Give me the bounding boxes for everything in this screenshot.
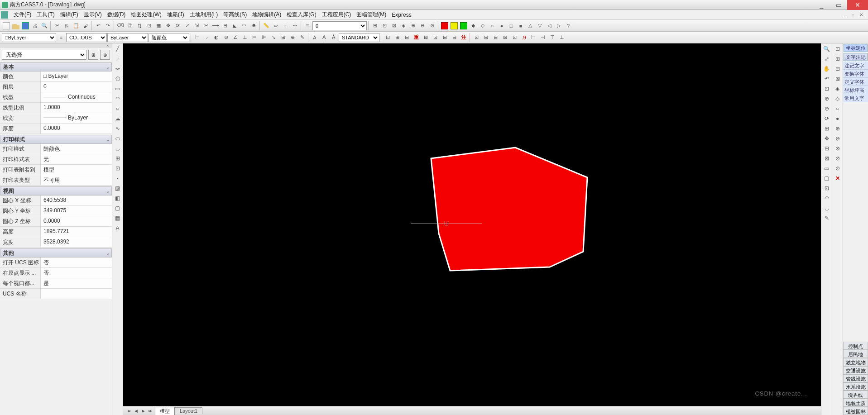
r1-f[interactable]: ⊟ bbox=[822, 144, 831, 153]
r2-b[interactable]: ⊞ bbox=[833, 54, 842, 63]
prop-row[interactable]: 厚度0.0000 bbox=[0, 124, 112, 134]
zoom-window-icon[interactable]: 🔍 bbox=[822, 44, 831, 53]
cut-icon[interactable]: ✂ bbox=[53, 21, 62, 30]
prop-value[interactable]: 1.0000 bbox=[41, 103, 112, 113]
menu-cadastre[interactable]: 地籍(J) bbox=[164, 10, 187, 19]
break-icon[interactable]: ⊟ bbox=[221, 21, 230, 30]
color-red-icon[interactable] bbox=[440, 21, 449, 30]
tab-last-icon[interactable]: ⏭ bbox=[147, 407, 154, 415]
menu-check[interactable]: 检查入库(G) bbox=[284, 10, 319, 19]
mdi-minimize[interactable]: ⎯ bbox=[841, 11, 849, 19]
cat-8[interactable]: 植被园林 bbox=[843, 407, 868, 415]
trim-icon[interactable]: ✂ bbox=[201, 21, 211, 30]
print-icon[interactable]: 🖨 bbox=[30, 21, 39, 30]
menu-data[interactable]: 数据(D) bbox=[105, 10, 129, 19]
menu-express[interactable]: Express bbox=[389, 11, 414, 19]
tb2-s[interactable]: ⊥ bbox=[557, 33, 566, 42]
tool-o[interactable]: ▽ bbox=[535, 21, 544, 30]
chamfer-icon[interactable]: ◣ bbox=[230, 21, 239, 30]
r2-m[interactable]: ⊙ bbox=[833, 164, 842, 173]
arc-icon[interactable]: ◠ bbox=[113, 94, 122, 103]
menu-draw[interactable]: 绘图处理(W) bbox=[128, 10, 164, 19]
prop-row[interactable]: 圆心 X 坐标640.5538 bbox=[0, 196, 112, 206]
prop-value[interactable]: 0.0000 bbox=[41, 216, 112, 226]
cat-7[interactable]: 地貌土质 bbox=[843, 399, 868, 407]
tool-j[interactable]: ○ bbox=[488, 21, 497, 30]
area-icon[interactable]: ▱ bbox=[271, 21, 280, 30]
paste-icon[interactable]: 📋 bbox=[72, 21, 81, 30]
prop-row[interactable]: UCS 名称 bbox=[0, 289, 112, 299]
r1-b[interactable]: ⊖ bbox=[822, 104, 831, 113]
dim-cont-icon[interactable]: ⊫ bbox=[259, 33, 269, 42]
tb2-p[interactable]: ⊢ bbox=[529, 33, 538, 42]
r2-h[interactable]: ● bbox=[833, 114, 842, 123]
r1-g[interactable]: ⊠ bbox=[822, 154, 831, 163]
selection-combo[interactable]: 无选择 bbox=[2, 50, 86, 60]
array-icon[interactable]: ▦ bbox=[154, 21, 163, 30]
help-icon[interactable]: ? bbox=[564, 21, 573, 30]
prop-row[interactable]: 打印样式随颜色 bbox=[0, 144, 112, 154]
quickselect-icon[interactable]: ⊞ bbox=[88, 50, 98, 60]
zoom-prev-icon[interactable]: ↶ bbox=[822, 74, 831, 83]
r2-d[interactable]: ⊠ bbox=[833, 74, 842, 83]
palette-item-2[interactable]: 定义字体 bbox=[843, 78, 868, 86]
prop-value[interactable]: 640.5538 bbox=[41, 196, 112, 205]
tolerance-icon[interactable]: ⊞ bbox=[278, 33, 288, 42]
dim-radius-icon[interactable]: ◐ bbox=[212, 33, 221, 42]
redo-icon[interactable]: ↷ bbox=[103, 21, 112, 30]
cat-0[interactable]: 控制点 bbox=[843, 342, 868, 350]
tool-m[interactable]: ■ bbox=[516, 21, 525, 30]
dimedit-icon[interactable]: ✎ bbox=[297, 33, 307, 42]
prop-value[interactable] bbox=[41, 289, 112, 299]
r1-j[interactable]: ⊡ bbox=[822, 184, 831, 193]
r1-i[interactable]: ▢ bbox=[822, 174, 831, 183]
mtext-icon[interactable]: A̲ bbox=[320, 33, 329, 42]
tb2-b[interactable]: ⊞ bbox=[393, 33, 402, 42]
undo-icon[interactable]: ↶ bbox=[94, 21, 103, 30]
tool-q[interactable]: ▷ bbox=[554, 21, 563, 30]
cat-4[interactable]: 管线设施 bbox=[843, 374, 868, 382]
explode-icon[interactable]: ✸ bbox=[249, 21, 258, 30]
r2-i[interactable]: ⊕ bbox=[833, 124, 842, 133]
tb2-i[interactable]: 注 bbox=[459, 33, 468, 42]
prop-value[interactable]: 0 bbox=[41, 82, 112, 92]
revcloud-icon[interactable]: ☁ bbox=[113, 114, 122, 123]
tool-n[interactable]: △ bbox=[526, 21, 535, 30]
tool-i[interactable]: ◇ bbox=[478, 21, 487, 30]
text-icon[interactable]: A bbox=[310, 33, 319, 42]
pan-icon[interactable]: ✋ bbox=[822, 64, 831, 73]
prop-value[interactable]: Continuous bbox=[41, 92, 112, 102]
tb2-d[interactable]: 重 bbox=[412, 33, 421, 42]
polygon-icon[interactable]: ⬠ bbox=[113, 74, 122, 83]
r1-l[interactable]: ◡ bbox=[822, 204, 831, 213]
minimize-button[interactable]: ⎯ bbox=[813, 0, 830, 10]
prop-row[interactable]: 打印表类型不可用 bbox=[0, 175, 112, 186]
cat-6[interactable]: 境界线 bbox=[843, 391, 868, 399]
tool-k[interactable]: ● bbox=[497, 21, 506, 30]
prop-row[interactable]: 线型Continuous bbox=[0, 92, 112, 103]
spline-icon[interactable]: ∿ bbox=[113, 124, 122, 133]
prop-value[interactable]: 否 bbox=[41, 268, 112, 278]
prop-row[interactable]: 线型比例1.0000 bbox=[0, 103, 112, 113]
tb2-e[interactable]: ⊠ bbox=[421, 33, 430, 42]
menu-engineering[interactable]: 工程应用(C) bbox=[319, 10, 354, 19]
palette-tab-coord[interactable]: 坐标定位 bbox=[844, 44, 868, 52]
zoom-extents-icon[interactable]: ⊡ bbox=[822, 84, 831, 93]
section-print-header[interactable]: 打印样式⌄ bbox=[0, 135, 112, 144]
tb2-h[interactable]: ⊟ bbox=[450, 33, 459, 42]
r1-e[interactable]: ✥ bbox=[822, 134, 831, 143]
block-icon[interactable]: ⊡ bbox=[113, 164, 122, 173]
open-icon[interactable] bbox=[11, 21, 20, 30]
tab-next-icon[interactable]: ▶ bbox=[139, 407, 147, 415]
color-yellow-icon[interactable] bbox=[450, 21, 459, 30]
id-icon[interactable]: ⊹ bbox=[290, 21, 299, 30]
tab-model[interactable]: 模型 bbox=[155, 407, 175, 415]
model-viewport[interactable]: CSDN @create... bbox=[123, 43, 821, 406]
tool-a[interactable]: ⊞ bbox=[370, 21, 379, 30]
prop-value[interactable]: 1895.7721 bbox=[41, 227, 112, 237]
dim-diameter-icon[interactable]: ⊘ bbox=[221, 33, 230, 42]
tab-prev-icon[interactable]: ◀ bbox=[132, 407, 139, 415]
section-basic-header[interactable]: 基本⌄ bbox=[0, 62, 112, 72]
tb2-c[interactable]: ⊟ bbox=[402, 33, 411, 42]
hatch-icon[interactable]: ▨ bbox=[113, 184, 122, 193]
